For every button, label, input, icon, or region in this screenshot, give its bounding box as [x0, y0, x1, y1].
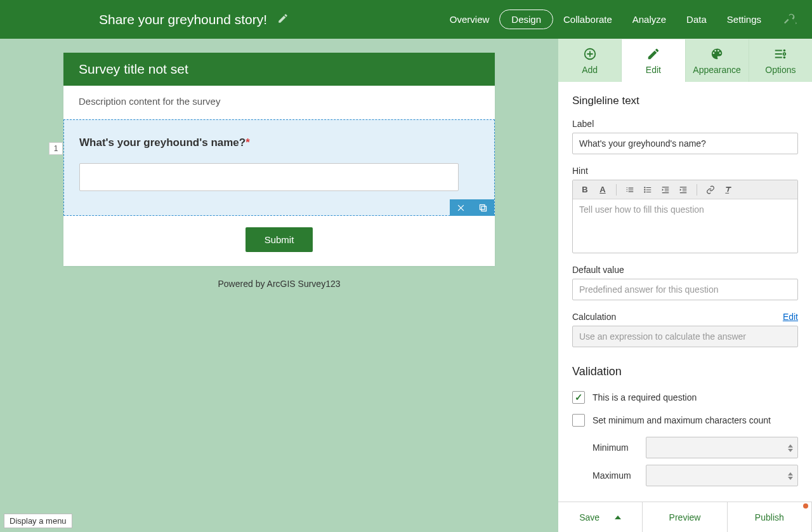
indent-icon[interactable] — [675, 182, 691, 197]
question-card[interactable]: What's your greyhound's name?* — [63, 119, 495, 216]
svg-point-5 — [783, 56, 786, 58]
edit-title-icon[interactable] — [277, 13, 289, 27]
tab-appearance[interactable]: Appearance — [686, 39, 749, 82]
default-value-input[interactable] — [572, 279, 798, 300]
bold-icon[interactable]: B — [577, 182, 593, 197]
maximum-label: Maximum — [593, 470, 637, 481]
default-field-label: Default value — [572, 265, 798, 275]
survey-preview: Survey title not set Description content… — [63, 53, 495, 266]
sidebar-tabs: Add Edit Appearance Options — [558, 39, 812, 82]
minimum-input[interactable] — [646, 437, 798, 458]
svg-point-4 — [783, 53, 786, 55]
unordered-list-icon[interactable] — [639, 182, 656, 197]
question-type-title: Singleline text — [572, 95, 798, 107]
tab-edit[interactable]: Edit — [622, 39, 685, 82]
svg-point-3 — [783, 49, 786, 51]
caret-up-icon — [615, 515, 621, 519]
powered-by-text: Powered by ArcGIS Survey123 — [0, 279, 558, 289]
svg-point-6 — [644, 187, 645, 188]
save-button[interactable]: Save — [558, 502, 643, 532]
top-bar: Share your greyhound story! Overview Des… — [0, 0, 812, 39]
calculation-input: Use an expression to calculate the answe… — [572, 326, 798, 347]
tab-add[interactable]: Add — [558, 39, 622, 82]
svg-point-7 — [644, 189, 645, 190]
link-icon[interactable] — [702, 182, 719, 197]
clear-format-icon[interactable] — [720, 182, 737, 197]
label-input[interactable] — [572, 133, 798, 154]
svg-point-8 — [644, 191, 645, 192]
svg-rect-0 — [481, 206, 487, 211]
delete-question-icon[interactable] — [450, 199, 472, 216]
required-checkbox[interactable] — [572, 391, 585, 404]
duplicate-question-icon[interactable] — [472, 199, 494, 216]
question-number: 1 — [49, 142, 63, 155]
nav-overview[interactable]: Overview — [440, 14, 500, 25]
tools-icon[interactable] — [784, 12, 797, 27]
calculation-label: Calculation — [572, 312, 616, 322]
submit-button[interactable]: Submit — [246, 227, 313, 252]
nav-settings[interactable]: Settings — [717, 14, 771, 25]
survey-title[interactable]: Survey title not set — [63, 53, 495, 86]
validation-title: Validation — [572, 365, 798, 378]
question-label: What's your greyhound's name?* — [79, 136, 479, 149]
minimum-label: Minimum — [593, 442, 637, 453]
hint-toolbar: B A — [573, 180, 797, 199]
survey-app-title: Share your greyhound story! — [99, 12, 267, 27]
calculation-edit-link[interactable]: Edit — [783, 312, 798, 322]
minmax-label: Set minimum and maximum characters count — [593, 415, 771, 425]
outdent-icon[interactable] — [657, 182, 674, 197]
hint-textarea[interactable]: Tell user how to fill this question — [573, 199, 797, 253]
nav-design[interactable]: Design — [499, 10, 553, 29]
required-label: This is a required question — [593, 392, 697, 402]
edit-sidebar: Add Edit Appearance Options Singleline t… — [558, 39, 812, 532]
tab-options[interactable]: Options — [749, 39, 812, 82]
hint-editor: B A Tell user how to fill this question — [572, 180, 798, 253]
svg-rect-1 — [480, 204, 485, 209]
text-color-icon[interactable]: A — [594, 182, 611, 197]
unsaved-indicator-icon — [803, 503, 808, 509]
ordered-list-icon[interactable] — [622, 182, 638, 197]
sidebar-footer: Save Preview Publish — [558, 502, 812, 532]
primary-nav: Overview Design Collaborate Analyze Data… — [440, 10, 797, 29]
nav-collaborate[interactable]: Collaborate — [553, 14, 622, 25]
minmax-checkbox[interactable] — [572, 414, 585, 427]
maximum-input[interactable] — [646, 465, 798, 486]
survey-description[interactable]: Description content for the survey — [63, 86, 495, 119]
nav-data[interactable]: Data — [676, 14, 717, 25]
design-canvas: Survey title not set Description content… — [0, 39, 558, 532]
preview-button[interactable]: Preview — [643, 502, 727, 532]
question-text-input[interactable] — [79, 163, 459, 191]
tooltip: Display a menu — [4, 514, 72, 528]
nav-analyze[interactable]: Analyze — [622, 14, 676, 25]
question-actions — [450, 199, 494, 216]
hint-field-label: Hint — [572, 166, 798, 176]
label-field-label: Label — [572, 119, 798, 129]
publish-button[interactable]: Publish — [728, 502, 812, 532]
